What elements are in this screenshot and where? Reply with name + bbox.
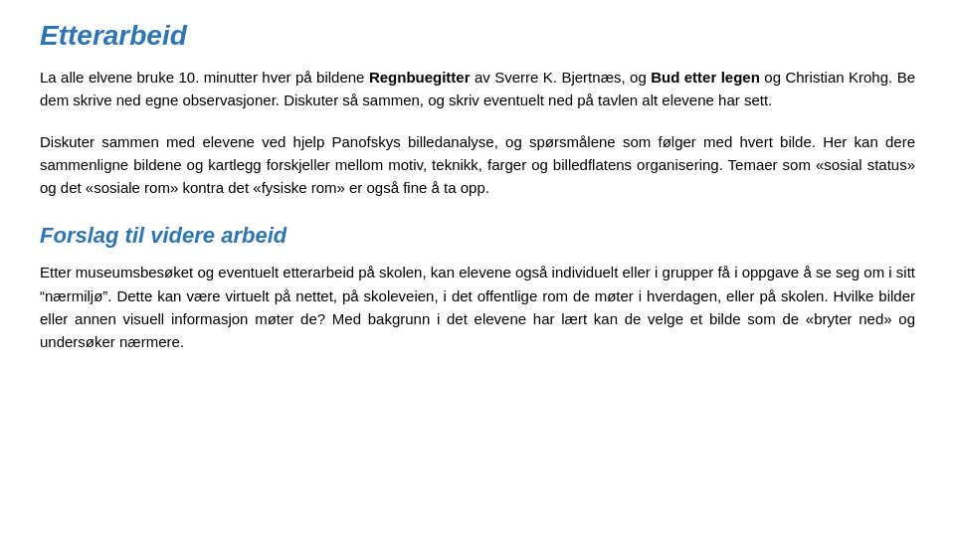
paragraph-1: La alle elvene bruke 10. minutter hver p…: [40, 66, 915, 112]
bold-bud-etter-legen: Bud etter legen: [651, 69, 760, 86]
spacer-1: [40, 122, 915, 130]
page-title: Etterarbeid: [40, 20, 915, 52]
paragraph-2: Diskuter sammen med elevene ved hjelp Pa…: [40, 130, 915, 200]
section-heading-forslag: Forslag til videre arbeid: [40, 223, 915, 249]
bold-regnbuegitter: Regnbuegitter: [369, 69, 471, 86]
paragraph-3: Etter museumsbesøket og eventuelt ettera…: [40, 261, 915, 353]
